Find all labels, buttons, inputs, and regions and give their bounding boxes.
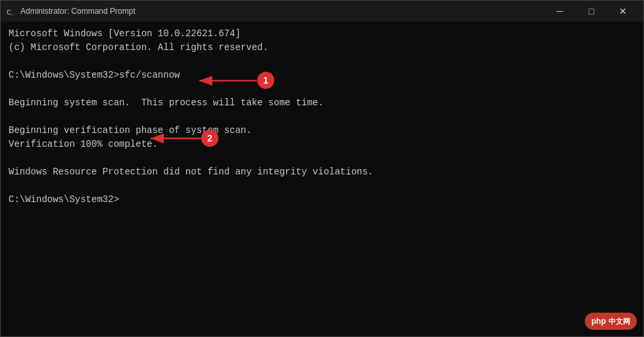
terminal-body[interactable]: Microsoft Windows [Version 10.0.22621.67… [1,22,643,336]
window-title: Administrator: Command Prompt [20,7,136,16]
annotation-badge-1: 1 [257,72,274,89]
line-2: (c) Microsoft Corporation. All rights re… [9,41,635,55]
watermark-cn-text: 中文网 [608,316,630,327]
line-13-prompt: C:\Windows\System32> [9,193,635,207]
line-9: Verification 100% complete. [9,138,635,151]
maximize-button[interactable]: □ [576,1,607,22]
line-7 [9,110,635,124]
annotation-badge-2: 2 [201,130,218,147]
window-controls: ─ □ ✕ [545,1,638,22]
line-3 [9,55,635,68]
line-10 [9,151,635,165]
title-bar-left: C _ Administrator: Command Prompt [6,6,136,16]
line-8: Beginning verification phase of system s… [9,124,635,138]
svg-text:_: _ [10,10,14,16]
minimize-button[interactable]: ─ [545,1,575,22]
watermark-php-text: php [591,315,606,327]
title-bar: C _ Administrator: Command Prompt ─ □ ✕ [1,1,643,22]
line-6: Beginning system scan. This process will… [9,96,635,110]
line-4-command: C:\Windows\System32>sfc/scannow [9,68,635,82]
line-12 [9,179,635,193]
line-11: Windows Resource Protection did not find… [9,165,635,179]
terminal-output: Microsoft Windows [Version 10.0.22621.67… [9,27,635,207]
line-1: Microsoft Windows [Version 10.0.22621.67… [9,27,635,41]
close-button[interactable]: ✕ [608,1,638,22]
line-5 [9,82,635,96]
command-prompt-window: C _ Administrator: Command Prompt ─ □ ✕ … [0,0,644,337]
cmd-icon: C _ [6,6,16,16]
watermark: php 中文网 [585,313,637,330]
